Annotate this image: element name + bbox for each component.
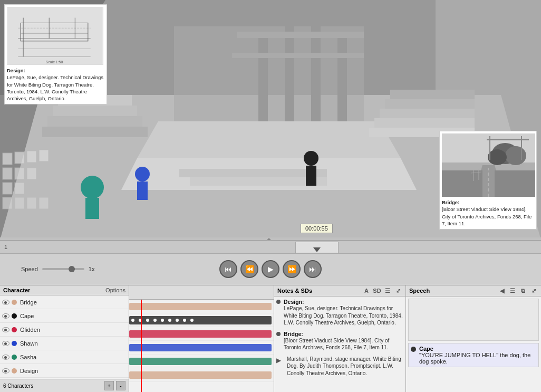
fast-forward-button[interactable]: ⏩ — [283, 260, 301, 278]
speech-panel: Speech ◀ ☰ ⧉ ⤢ Cape "YOU'RE JUMPING TO H… — [406, 285, 541, 392]
svg-rect-35 — [137, 181, 148, 200]
char-name-glidden: Glidden — [20, 327, 40, 333]
char-name-sasha: Sasha — [20, 354, 36, 360]
char-row-bridge[interactable]: Bridge — [0, 295, 129, 309]
svg-point-61 — [488, 149, 507, 165]
speech-item-cape: Cape "YOU'RE JUMPING TO HELL" the dog, t… — [408, 343, 539, 367]
note-bullet-bridge — [276, 332, 281, 336]
char-name-shawn: Shawn — [20, 340, 38, 347]
svg-point-60 — [505, 146, 526, 165]
speech-char-name: Cape — [419, 346, 536, 352]
svg-rect-46 — [8, 7, 103, 64]
char-dot-shawn — [12, 341, 17, 346]
svg-rect-13 — [385, 99, 475, 109]
note-item-marshall: ▶ Marshall, Raymond, stage manager. Whit… — [276, 356, 403, 377]
char-row-glidden[interactable]: Glidden — [0, 323, 129, 337]
notes-content: Design: LePage, Sue, designer. Technical… — [274, 297, 405, 392]
char-visibility-design[interactable] — [2, 368, 9, 374]
char-row-design[interactable]: Design — [0, 364, 129, 378]
speech-list-icon[interactable]: ☰ — [508, 287, 517, 294]
track-row-glidden — [129, 327, 274, 341]
note-item-bridge: Bridge: [Bloor Street Viaduct Side View … — [276, 331, 403, 351]
svg-rect-38 — [258, 32, 268, 121]
speed-slider[interactable] — [42, 268, 84, 270]
svg-rect-62 — [487, 139, 529, 140]
blueprint-card: Scale 1:50 Design: LePage, Sue, designer… — [4, 4, 107, 104]
speech-expand-icon[interactable]: ⤢ — [529, 287, 538, 294]
go-to-start-button[interactable]: ⏮ — [219, 260, 237, 278]
remove-character-button[interactable]: - — [116, 381, 125, 390]
notes-btn-a[interactable]: A — [362, 287, 371, 294]
note-text-bridge: Bridge: [Bloor Street Viaduct Side View … — [284, 331, 403, 351]
svg-rect-22 — [39, 150, 49, 161]
svg-rect-15 — [374, 118, 475, 128]
char-dot-bridge — [12, 300, 17, 305]
main-viewport: Scale 1:50 Design: LePage, Sue, designer… — [0, 0, 541, 240]
svg-rect-25 — [27, 168, 36, 179]
rewind-button[interactable]: ⏪ — [240, 260, 258, 278]
character-panel-header: Character Options — [0, 285, 129, 295]
char-dot-design — [12, 368, 17, 374]
notes-header-icons: A SD ☰ ⤢ — [362, 287, 402, 294]
svg-rect-28 — [3, 197, 12, 209]
bottom-panel: Character Options Bridge Cape Glidden — [0, 285, 541, 392]
speech-empty-area — [408, 299, 539, 341]
char-visibility-bridge[interactable] — [2, 300, 9, 305]
blueprint-caption: Design: LePage, Sue, designer. Technical… — [7, 67, 104, 102]
svg-rect-8 — [42, 127, 148, 137]
speech-window-icon[interactable]: ⧉ — [519, 287, 527, 294]
track-row-cape — [129, 313, 274, 327]
photo-image — [442, 133, 535, 197]
svg-rect-63 — [489, 136, 490, 160]
svg-rect-12 — [390, 90, 475, 99]
notes-expand-icon[interactable]: ⤢ — [394, 287, 402, 294]
char-visibility-sasha[interactable] — [2, 355, 9, 360]
play-button[interactable]: ▶ — [262, 260, 279, 278]
note-play-button[interactable]: ▶ — [276, 357, 284, 364]
photo-caption: Bridge: [Bloor Street Viaduct Side View … — [442, 199, 534, 227]
char-visibility-shawn[interactable] — [2, 341, 9, 346]
character-footer: 6 Characters + - — [0, 379, 129, 392]
playhead-line — [141, 300, 142, 392]
svg-rect-23 — [3, 168, 12, 179]
char-row-cape[interactable]: Cape — [0, 309, 129, 323]
svg-rect-20 — [15, 152, 24, 164]
char-row-sasha[interactable]: Sasha — [0, 350, 129, 364]
speech-content: Cape "YOU'RE JUMPING TO HELL" the dog, t… — [406, 297, 541, 392]
go-to-end-button[interactable]: ⏭ — [304, 260, 322, 278]
char-row-shawn[interactable]: Shawn — [0, 337, 129, 350]
svg-rect-9 — [47, 116, 142, 127]
char-visibility-cape[interactable] — [2, 313, 9, 319]
char-dot-sasha — [12, 355, 17, 360]
add-character-button[interactable]: + — [104, 381, 114, 390]
svg-rect-26 — [3, 183, 12, 194]
svg-rect-21 — [27, 151, 36, 162]
svg-rect-10 — [53, 106, 137, 116]
notes-panel: Notes & SDs A SD ☰ ⤢ Design: LePage, Sue… — [274, 285, 406, 392]
transport-bar: 1 00:00:55 Speed 1x ⏮ ⏪ ▶ ⏩ ⏭ — [0, 240, 541, 285]
svg-rect-41 — [337, 32, 347, 121]
svg-rect-64 — [521, 136, 522, 160]
svg-marker-5 — [137, 121, 401, 158]
notes-btn-sd[interactable]: SD — [373, 287, 381, 294]
note-text-marshall: Marshall, Raymond, stage manager. White … — [287, 356, 403, 377]
speed-section: Speed 1x — [21, 266, 94, 272]
track-header — [129, 285, 274, 300]
note-item-design: Design: LePage, Sue, designer. Technical… — [276, 299, 403, 327]
svg-rect-40 — [311, 26, 321, 121]
svg-rect-33 — [85, 198, 99, 219]
speech-panel-header: Speech ◀ ☰ ⧉ ⤢ — [406, 285, 541, 297]
svg-rect-67 — [442, 170, 482, 197]
svg-rect-29 — [15, 197, 24, 209]
track-area — [129, 300, 274, 392]
char-visibility-glidden[interactable] — [2, 327, 9, 332]
char-name-design: Design — [20, 368, 38, 374]
speech-back-icon[interactable]: ◀ — [498, 287, 506, 294]
svg-rect-27 — [15, 183, 24, 194]
char-footer-buttons: + - — [104, 381, 125, 390]
svg-text:Scale 1:50: Scale 1:50 — [46, 60, 63, 64]
notes-panel-header: Notes & SDs A SD ☰ ⤢ — [274, 285, 405, 297]
blueprint-image: Scale 1:50 — [7, 7, 103, 65]
timeline-ruler: 1 00:00:55 — [0, 241, 541, 254]
notes-list-icon[interactable]: ☰ — [383, 287, 392, 294]
